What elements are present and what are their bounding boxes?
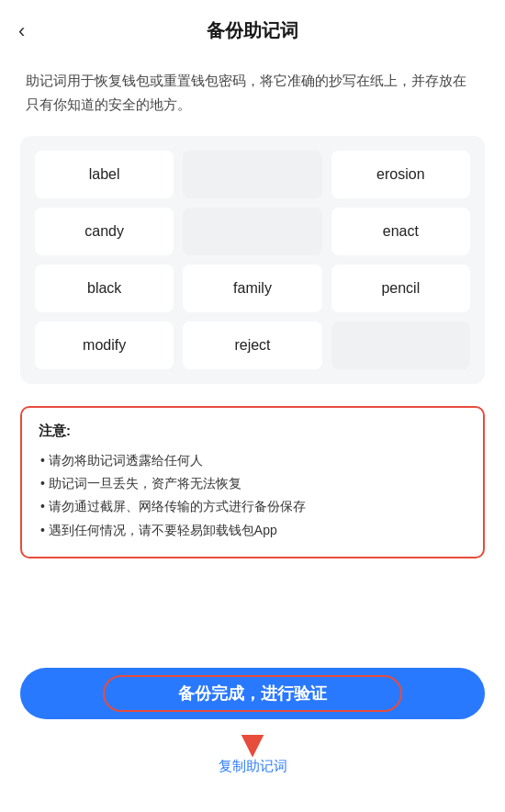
bottom-section: 备份完成，进行验证 ▼ 复制助记词 (0, 668, 505, 775)
description-text: 助记词用于恢复钱包或重置钱包密码，将它准确的抄写在纸上，并存放在只有你知道的安全… (0, 52, 505, 136)
copy-mnemonic-link[interactable]: 复制助记词 (219, 758, 287, 775)
mnemonic-cell-0: label (35, 151, 174, 198)
header: ‹ 备份助记词 (0, 0, 505, 52)
mnemonic-cell-3: candy (35, 208, 174, 255)
mnemonic-cell-7: family (183, 265, 321, 312)
notice-title: 注意: (39, 423, 466, 440)
notice-box: 注意: • 请勿将助记词透露给任何人• 助记词一旦丢失，资产将无法恢复• 请勿通… (20, 406, 485, 558)
backup-verify-button[interactable]: 备份完成，进行验证 (20, 668, 485, 719)
mnemonic-cell-5: enact (331, 208, 470, 255)
notice-item-3: • 遇到任何情况，请不要轻易卸载钱包App (39, 519, 466, 542)
mnemonic-cell-2: erosion (331, 151, 470, 198)
primary-button-wrapper: 备份完成，进行验证 ▼ (20, 668, 485, 719)
mnemonic-cell-8: pencil (331, 265, 470, 312)
mnemonic-cell-9: modify (35, 321, 174, 369)
button-area: 备份完成，进行验证 ▼ 复制助记词 (0, 668, 505, 775)
mnemonic-cell-10: reject (183, 321, 321, 369)
notice-items: • 请勿将助记词透露给任何人• 助记词一旦丢失，资产将无法恢复• 请勿通过截屏、… (39, 449, 466, 542)
notice-item-2: • 请勿通过截屏、网络传输的方式进行备份保存 (39, 495, 466, 518)
mnemonic-cell-6: black (35, 265, 174, 312)
page-title: 备份助记词 (207, 18, 298, 43)
notice-item-0: • 请勿将助记词透露给任何人 (39, 449, 466, 472)
mnemonic-cell-1 (183, 151, 321, 198)
mnemonic-grid: labelerosioncandyenactblackfamilypencilm… (20, 136, 485, 384)
mnemonic-cell-4 (183, 208, 321, 255)
notice-item-1: • 助记词一旦丢失，资产将无法恢复 (39, 472, 466, 495)
back-button[interactable]: ‹ (18, 19, 25, 43)
mnemonic-cell-11 (331, 321, 470, 369)
